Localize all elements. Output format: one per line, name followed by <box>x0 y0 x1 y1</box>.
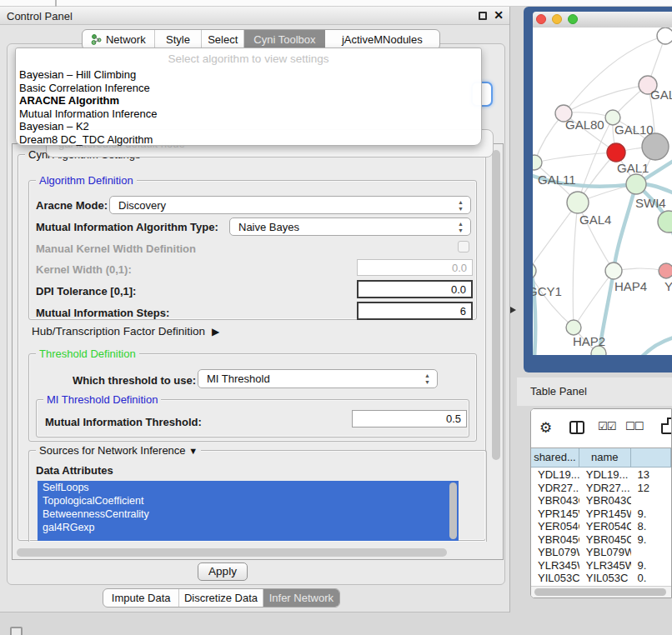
tab-network[interactable]: Network <box>83 30 155 49</box>
attributes-list-scrollbar[interactable] <box>449 482 457 539</box>
table-row[interactable]: YBL079WYBL079W <box>531 546 671 559</box>
algorithm-list-item[interactable]: Bayesian – K2 <box>19 120 478 133</box>
network-view-window[interactable]: GALGAL80GAL10GAL1GAL11SWI4GAL4GCY1HAP4YH… <box>524 7 672 372</box>
network-node-GAL1[interactable] <box>626 174 646 194</box>
settings-horizontal-scrollbar-thumb[interactable] <box>17 548 447 557</box>
network-node-top-partial[interactable] <box>657 28 672 44</box>
network-node-left-partial[interactable] <box>533 155 542 170</box>
mi-threshold-label: Mutual Information Threshold: <box>45 416 202 428</box>
attribute-list-item[interactable]: BetweennessCentrality <box>38 508 459 521</box>
table-row[interactable]: YBR043CYBR043C <box>531 494 671 508</box>
network-canvas[interactable]: GALGAL80GAL10GAL1GAL11SWI4GAL4GCY1HAP4YH… <box>533 28 672 355</box>
network-node-label: SWI4 <box>635 196 666 210</box>
table-row[interactable]: YER054CYER054C8. <box>531 520 671 533</box>
table-row[interactable]: YDL19...YDL19...13 <box>531 468 671 482</box>
algorithm-list-item[interactable]: Basic Correlation Inference <box>19 82 478 95</box>
network-edge[interactable] <box>573 202 578 328</box>
attribute-list-item[interactable]: gal4RGexp <box>38 521 459 534</box>
sources-title-text: Sources for Network Inference <box>39 444 186 457</box>
settings-horizontal-scrollbar[interactable] <box>17 548 447 557</box>
network-node-red-node[interactable] <box>607 143 625 162</box>
network-edge[interactable] <box>534 152 616 162</box>
table-cell: 8. <box>631 520 671 533</box>
expander-arrow-icon[interactable]: ▶ <box>212 326 219 338</box>
tab-impute-data[interactable]: Impute Data <box>103 589 179 607</box>
control-panel-titlebar: Control Panel ✕ <box>0 7 509 25</box>
table-row[interactable]: YDR27...YDR27...12 <box>531 482 671 495</box>
tab-select[interactable]: Select <box>202 30 244 49</box>
table-row[interactable]: YPR145WYPR145W9. <box>531 508 671 521</box>
table-cell: YPR145W <box>579 508 631 521</box>
tab-label: Infer Network <box>269 592 333 604</box>
network-edge-highlighted[interactable] <box>533 242 535 355</box>
mi-algorithm-type-select[interactable]: Naive Bayes ▲▼ <box>229 218 471 236</box>
table-horizontal-scrollbar[interactable] <box>531 586 671 598</box>
algorithm-list-item[interactable]: Dream8 DC_TDC Algorithm <box>19 133 478 147</box>
settings-vertical-scrollbar-thumb[interactable] <box>492 150 500 460</box>
tab-jactivemnodules[interactable]: jActiveMNodules <box>325 30 439 49</box>
close-icon[interactable]: ✕ <box>494 8 504 22</box>
select-all-checkboxes-icon[interactable]: ☑☑ <box>598 420 615 432</box>
algorithm-list-item[interactable]: Bayesian – Hill Climbing <box>19 68 478 82</box>
data-attributes-list[interactable]: SelfLoopsTopologicalCoefficientBetweenne… <box>38 481 459 541</box>
mi-threshold-field[interactable]: 0.5 <box>352 410 467 428</box>
tab-style[interactable]: Style <box>155 30 203 49</box>
attribute-list-item[interactable]: TopologicalCoefficient <box>38 494 459 508</box>
table-horizontal-scrollbar-thumb[interactable] <box>534 588 666 596</box>
network-node-salmon-node[interactable] <box>659 263 672 278</box>
manual-kernel-width-checkbox[interactable] <box>458 241 469 252</box>
apply-button[interactable]: Apply <box>198 562 248 581</box>
manual-kernel-width-label: Manual Kernel Width Definition <box>36 242 196 255</box>
tab-infer-network[interactable]: Infer Network <box>263 589 339 607</box>
new-table-icon[interactable] <box>661 418 672 434</box>
network-edge-highlighted[interactable] <box>641 337 672 355</box>
kernel-width-field[interactable]: 0.0 <box>357 259 473 276</box>
minimized-panel-icon[interactable] <box>10 627 23 635</box>
table-row[interactable]: YIL053CYIL053C0. <box>531 572 671 585</box>
tab-label: jActiveMNodules <box>342 33 423 46</box>
settings-vertical-scrollbar[interactable] <box>491 147 501 555</box>
network-edge[interactable] <box>564 36 665 113</box>
float-panel-icon[interactable] <box>479 12 487 20</box>
network-node-gray-node[interactable] <box>642 133 669 160</box>
network-window-titlebar[interactable] <box>533 12 672 28</box>
close-traffic-light[interactable] <box>536 14 546 24</box>
algorithm-list-item[interactable]: Mutual Information Inference <box>19 108 478 121</box>
columns-icon[interactable] <box>569 421 584 434</box>
tab-label: Select <box>208 33 238 46</box>
attribute-list-item[interactable]: SelfLoops <box>38 481 459 494</box>
hub-transcription-expander[interactable]: Hub/Transcription Factor Definition▶ <box>32 325 219 338</box>
zoom-traffic-light[interactable] <box>568 14 578 24</box>
algorithm-popup-prompt: Select algorithm to view settings <box>16 52 481 65</box>
table-row[interactable]: YLR345WYLR345W9. <box>531 559 671 572</box>
tab-discretize-data[interactable]: Discretize Data <box>179 589 263 607</box>
network-edge[interactable] <box>533 271 574 328</box>
data-attributes-label: Data Attributes <box>36 464 113 477</box>
table-row[interactable]: YBR045CYBR045C9. <box>531 533 671 547</box>
tab-label: Style <box>166 33 190 46</box>
network-node-HAP4[interactable] <box>605 262 622 279</box>
mi-steps-field[interactable]: 6 <box>357 302 473 320</box>
deselect-all-checkboxes-icon[interactable]: ☐☐ <box>625 420 643 432</box>
table-column-header[interactable]: shared... <box>531 448 579 467</box>
table-column-header[interactable]: name <box>579 448 631 467</box>
network-node-GAL4[interactable] <box>567 192 589 213</box>
network-graph[interactable]: GALGAL80GAL10GAL1GAL11SWI4GAL4GCY1HAP4YH… <box>533 28 672 355</box>
network-edge[interactable] <box>533 202 578 271</box>
aracne-mode-select[interactable]: Discovery ▲▼ <box>109 196 471 214</box>
table-column-header[interactable] <box>631 448 671 467</box>
minimize-traffic-light[interactable] <box>552 14 562 24</box>
network-node-label: HAP2 <box>573 334 605 348</box>
which-threshold-select[interactable]: MI Threshold ▲▼ <box>198 369 438 388</box>
network-node-HAP2[interactable] <box>566 320 581 335</box>
table-toolbar: ⚙ ☑☑ ☐☐ <box>531 409 671 446</box>
gear-icon[interactable]: ⚙ <box>539 419 552 436</box>
network-edge[interactable] <box>564 85 648 113</box>
collapse-arrow-icon[interactable]: ▼ <box>188 446 198 456</box>
algorithm-list-item[interactable]: ARACNE Algorithm <box>19 94 478 108</box>
network-node-big-green[interactable] <box>658 211 672 232</box>
network-node-GCY1[interactable] <box>533 262 536 279</box>
table-cell: YBL079W <box>531 546 579 559</box>
dpi-tolerance-field[interactable]: 0.0 <box>357 280 473 298</box>
tab-cyni-toolbox[interactable]: Cyni Toolbox <box>244 30 325 49</box>
